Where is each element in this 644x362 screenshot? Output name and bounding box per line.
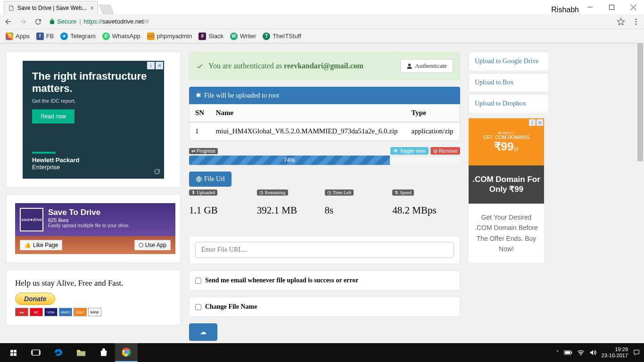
ad-close-icon[interactable]: ✕ (156, 62, 163, 69)
theitstuff-icon: T (263, 33, 270, 40)
svg-rect-0 (609, 5, 614, 9)
bookmark-whatsapp[interactable]: ✆WhatsApp (102, 33, 140, 40)
bookmark-slack[interactable]: #Slack (198, 33, 223, 40)
explorer-button[interactable] (70, 343, 92, 362)
start-button[interactable] (2, 343, 25, 362)
secure-indicator: Secure (49, 18, 76, 25)
phpmyadmin-icon: pMA (147, 33, 155, 40)
ad-refresh-icon (154, 168, 160, 175)
new-tab-button[interactable] (99, 5, 114, 14)
tab-close-icon[interactable]: × (90, 4, 94, 12)
whatsapp-icon: ✆ (102, 33, 110, 40)
auth-alert: You are authenticated as reevkandari@gma… (189, 52, 460, 80)
ad-close-icon[interactable]: ✕ (537, 119, 543, 126)
volume-icon[interactable] (589, 349, 597, 356)
reload-button[interactable] (34, 17, 42, 26)
windows-taskbar: ˄ 19:2923-10-2017 (0, 343, 644, 362)
back-button[interactable] (4, 17, 12, 26)
bookmark-apps[interactable]: ⠿Apps (6, 33, 30, 40)
donate-button[interactable]: Donate (15, 293, 55, 305)
remove-button[interactable]: ⊘Remove (430, 147, 460, 155)
taskbar-clock[interactable]: 19:2923-10-2017 (602, 346, 628, 359)
notifications-icon[interactable] (633, 349, 640, 356)
fb-page-logo: save●drive (20, 208, 43, 231)
toggle-view-button[interactable]: 👁Toggle view (390, 147, 429, 155)
url-field[interactable]: Secure | https://savetodrive.net/# (49, 18, 610, 25)
table-row: 1 miui_HM4XGlobal_V8.5.2.0.MAMMIED_973da… (190, 122, 460, 140)
file-table: SNNameType 1 miui_HM4XGlobal_V8.5.2.0.MA… (190, 104, 460, 140)
sidebar-link-box[interactable]: Upload to Box (469, 73, 549, 91)
box-icon: ⬡ (139, 242, 143, 248)
email-notify-checkbox[interactable]: Send me email whenever file upload is su… (195, 277, 454, 284)
slack-icon: # (198, 33, 206, 40)
file-url-input[interactable] (195, 242, 454, 258)
clock-icon: ◷ (259, 190, 264, 195)
browser-tab[interactable]: Save to Drive | Save Web... × (4, 1, 98, 14)
upload-button[interactable]: ☁ (189, 323, 217, 341)
sidebar-link-dropbox[interactable]: Upload to Dropbox (469, 94, 549, 113)
ad-info-icon[interactable]: i (529, 119, 536, 126)
window-close-button[interactable] (622, 0, 644, 14)
clock-icon: ◷ (327, 190, 331, 195)
fb-like-button[interactable]: 👍Like Page (20, 240, 62, 250)
page-icon (8, 5, 15, 11)
user-icon (406, 63, 413, 69)
ad-domain[interactable]: i ✕ ■ bigrock GET .COM DOMAINS ₹99/yr .C… (469, 118, 544, 263)
window-minimize-button[interactable] (579, 0, 601, 14)
tab-title: Save to Drive | Save Web... (17, 5, 87, 11)
svg-point-2 (636, 21, 637, 22)
bookmarks-bar: ⠿Apps fFB ✈Telegram ✆WhatsApp pMAphpmyad… (0, 29, 644, 43)
window-maximize-button[interactable] (601, 0, 622, 14)
bookmark-phpmyadmin[interactable]: pMAphpmyadmin (147, 33, 192, 40)
ad-hpe[interactable]: i ✕ The right infrastructure matters. Ge… (23, 61, 164, 179)
sort-icon: ⇅ (395, 190, 398, 195)
taskview-button[interactable] (25, 343, 47, 362)
tray-expand-icon[interactable]: ˄ (556, 350, 559, 356)
ad-cta-button[interactable]: Read now (32, 109, 74, 123)
rename-checkbox[interactable]: Change File Name (195, 303, 454, 311)
bookmark-theitstuff[interactable]: TTheITStuff (263, 33, 301, 40)
bookmark-star-icon[interactable] (617, 17, 625, 26)
fb-use-app-button[interactable]: ⬡Use App (134, 240, 171, 250)
globe-icon (196, 176, 202, 182)
upload-panel: ✱ File will be uploaded to root SNNameTy… (189, 87, 460, 140)
cloud-upload-icon: ☁ (200, 328, 206, 336)
eye-icon: 👁 (393, 148, 398, 154)
battery-icon[interactable] (564, 350, 572, 355)
exchange-icon: ⇄ (191, 148, 195, 154)
forward-button[interactable] (19, 17, 27, 26)
payment-icons: ●●MCVISAAMEXDISCBANK (15, 308, 172, 316)
edge-button[interactable] (47, 343, 70, 362)
store-button[interactable] (92, 343, 115, 362)
page-scrollbar[interactable] (636, 43, 644, 343)
authenticate-button[interactable]: Authenticate (400, 59, 453, 73)
svg-rect-5 (32, 350, 40, 355)
bookmark-writer[interactable]: WWriter (230, 33, 256, 40)
lock-icon (49, 18, 55, 25)
wifi-icon[interactable] (577, 349, 585, 356)
svg-rect-11 (571, 352, 572, 354)
apps-icon: ⠿ (6, 33, 13, 40)
svg-point-9 (124, 350, 128, 354)
svg-rect-12 (565, 351, 570, 354)
bookmark-fb[interactable]: fFB (36, 33, 54, 40)
chrome-menu-icon[interactable] (632, 17, 640, 26)
bookmark-telegram[interactable]: ✈Telegram (60, 33, 95, 40)
progress-bar: 74% (189, 156, 460, 165)
ad-info-icon[interactable]: i (147, 62, 155, 69)
address-bar: Secure | https://savetodrive.net/# (0, 14, 644, 29)
svg-point-13 (580, 354, 581, 355)
writer-icon: W (230, 33, 238, 40)
facebook-icon: f (36, 33, 44, 40)
svg-point-3 (636, 23, 637, 25)
transfer-stats: ⬆Uploaded1.1 GB ◷Remaining392.1 MB ◷Time… (189, 188, 460, 216)
file-url-button[interactable]: File Url (189, 172, 231, 187)
trash-icon: ⊘ (433, 148, 438, 154)
asterisk-icon: ✱ (196, 91, 201, 99)
telegram-icon: ✈ (60, 33, 68, 40)
tab-strip: Save to Drive | Save Web... × Rishabh (0, 0, 644, 14)
thumbs-up-icon: 👍 (24, 242, 31, 248)
chrome-button[interactable] (115, 343, 138, 362)
svg-point-1 (636, 18, 637, 20)
sidebar-link-gdrive[interactable]: Upload to Google Drive (469, 52, 549, 70)
